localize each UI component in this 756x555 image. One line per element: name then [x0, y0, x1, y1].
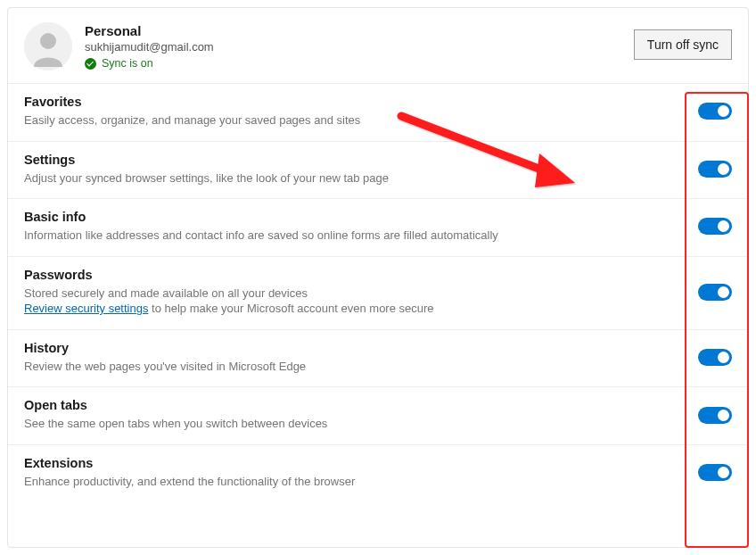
sync-status-row: Sync is on [85, 57, 214, 70]
turn-off-sync-button[interactable]: Turn off sync [634, 29, 732, 60]
sync-item-settings: Settings Adjust your synced browser sett… [8, 142, 748, 200]
profile-text: Personal sukhijamudit@gmail.com Sync is … [85, 23, 214, 70]
profile-header: Personal sukhijamudit@gmail.com Sync is … [8, 8, 748, 84]
item-desc: Review the web pages you've visited in M… [24, 359, 645, 375]
svg-point-1 [40, 33, 56, 49]
sync-item-passwords: Passwords Stored securely and made avail… [8, 257, 748, 330]
item-title: Passwords [24, 268, 645, 282]
sync-settings-card: Personal sukhijamudit@gmail.com Sync is … [7, 7, 749, 548]
check-icon [85, 58, 96, 70]
item-title: Favorites [24, 95, 645, 109]
item-desc-after: to help make your Microsoft account even… [148, 302, 433, 315]
toggle-settings[interactable] [698, 161, 732, 178]
item-desc: See the same open tabs when you switch b… [24, 416, 645, 432]
sync-status-text: Sync is on [102, 57, 153, 70]
item-title: History [24, 341, 645, 355]
sync-item-open-tabs: Open tabs See the same open tabs when yo… [8, 387, 748, 445]
item-desc: Easily access, organize, and manage your… [24, 112, 645, 128]
item-title: Extensions [24, 456, 645, 470]
toggle-open-tabs[interactable] [698, 407, 732, 424]
profile-email: sukhijamudit@gmail.com [85, 40, 214, 54]
item-text: History Review the web pages you've visi… [24, 341, 698, 375]
item-text: Open tabs See the same open tabs when yo… [24, 398, 698, 432]
review-security-link[interactable]: Review security settings [24, 302, 148, 315]
toggle-favorites[interactable] [698, 103, 732, 120]
toggle-extensions[interactable] [698, 464, 732, 481]
item-desc: Enhance productivity, and extend the fun… [24, 474, 645, 490]
sync-item-basic-info: Basic info Information like addresses an… [8, 199, 748, 257]
toggle-passwords[interactable] [698, 284, 732, 301]
sync-item-extensions: Extensions Enhance productivity, and ext… [8, 445, 748, 502]
item-text: Favorites Easily access, organize, and m… [24, 95, 698, 128]
item-title: Basic info [24, 210, 645, 224]
item-desc-line1: Stored securely and made available on al… [24, 286, 308, 300]
avatar [24, 22, 72, 70]
item-title: Open tabs [24, 398, 645, 412]
item-text: Passwords Stored securely and made avail… [24, 268, 698, 317]
item-desc: Adjust your synced browser settings, lik… [24, 170, 645, 186]
sync-item-history: History Review the web pages you've visi… [8, 330, 748, 388]
toggle-basic-info[interactable] [698, 218, 732, 235]
toggle-history[interactable] [698, 349, 732, 366]
item-text: Settings Adjust your synced browser sett… [24, 153, 698, 186]
item-title: Settings [24, 153, 645, 167]
item-text: Extensions Enhance productivity, and ext… [24, 456, 698, 490]
person-icon [24, 22, 72, 70]
item-desc: Information like addresses and contact i… [24, 228, 645, 244]
profile-name: Personal [85, 23, 214, 38]
item-desc: Stored securely and made available on al… [24, 286, 645, 317]
sync-item-favorites: Favorites Easily access, organize, and m… [8, 84, 748, 142]
item-text: Basic info Information like addresses an… [24, 210, 698, 244]
